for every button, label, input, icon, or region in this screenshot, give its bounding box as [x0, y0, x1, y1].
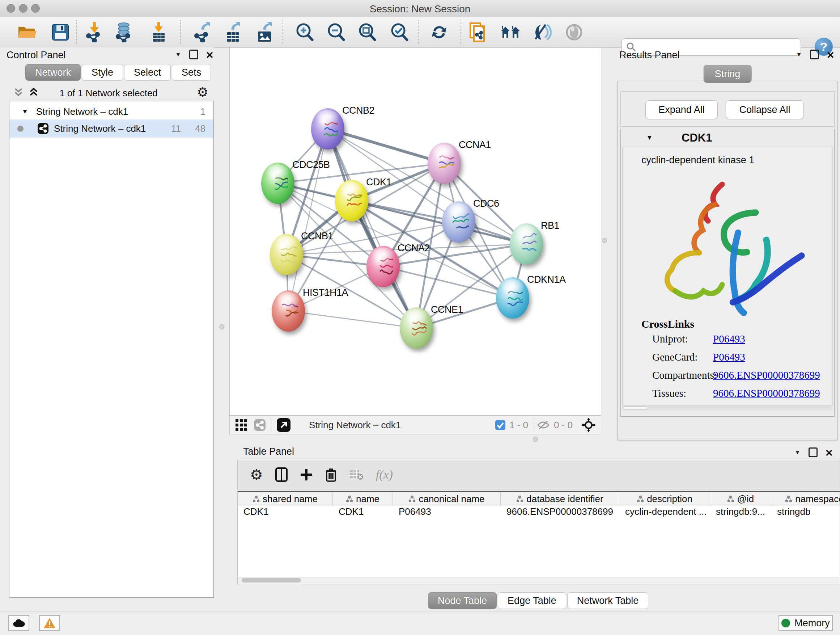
column-header-name[interactable]: name — [333, 492, 393, 506]
function-builder-icon[interactable]: f(x) — [376, 468, 393, 481]
node-label-cdkn1a: CDKN1A — [527, 274, 566, 285]
bottom-splitter-handle[interactable] — [533, 437, 538, 442]
node-gloss — [276, 292, 300, 309]
delete-column-icon[interactable] — [325, 467, 337, 482]
tab-sets[interactable]: Sets — [172, 64, 211, 81]
right-splitter-handle[interactable] — [602, 238, 607, 243]
zoom-selected-icon[interactable] — [389, 22, 410, 43]
float-panel-icon[interactable] — [810, 50, 819, 59]
crosslink-label: Compartments: — [652, 369, 717, 381]
toolbar-separator — [76, 20, 77, 44]
tab-network[interactable]: Network — [25, 64, 81, 81]
tab-style[interactable]: Style — [82, 64, 123, 81]
left-splitter-handle[interactable] — [219, 325, 224, 329]
tab-select[interactable]: Select — [124, 64, 171, 81]
create-column-icon[interactable] — [300, 468, 313, 481]
node-table: shared namenamecanonical namedatabase id… — [237, 491, 840, 584]
gene-description: cyclin-dependent kinase 1 — [641, 155, 832, 166]
network-canvas[interactable]: CCNB2CCNA1CDC25BCDK1CDC6RB1CCNB1CCNA2CDK… — [229, 48, 601, 416]
tab-edge-table[interactable]: Edge Table — [498, 592, 566, 609]
column-header-description[interactable]: description — [619, 492, 710, 506]
network-node-cdk1[interactable] — [335, 180, 368, 221]
network-node-rb1[interactable] — [510, 223, 543, 264]
network-node-ccnb2[interactable] — [311, 108, 344, 149]
cloud-status-button[interactable] — [8, 615, 29, 631]
crosshair-icon[interactable] — [581, 418, 596, 432]
column-header-namespace[interactable]: namespace — [771, 492, 840, 506]
network-options-gear-icon[interactable]: ⚙ — [197, 86, 208, 99]
zoom-out-icon[interactable] — [325, 22, 347, 43]
hide-panels-icon[interactable] — [532, 22, 553, 43]
table-options-gear-icon[interactable]: ⚙ — [250, 468, 263, 481]
open-session-icon[interactable] — [17, 22, 38, 43]
crosslink-value-link[interactable]: 9606.ENSP00000378699 — [713, 369, 820, 381]
close-panel-icon[interactable]: × — [826, 449, 833, 456]
export-table-icon[interactable] — [223, 22, 243, 43]
gene-card-scrollbar[interactable] — [622, 405, 833, 410]
export-network-icon[interactable] — [192, 22, 213, 43]
tab-network-table[interactable]: Network Table — [567, 592, 649, 609]
table-cell: P06493 — [393, 506, 501, 519]
gene-expander-icon[interactable]: ▼ — [646, 134, 653, 141]
save-session-icon[interactable] — [50, 22, 71, 43]
node-gloss — [404, 309, 428, 326]
hidden-eye-icon[interactable] — [537, 420, 550, 431]
network-row[interactable]: String Network – cdk1 11 48 — [9, 119, 213, 138]
warning-status-button[interactable] — [39, 615, 60, 631]
tab-string[interactable]: String — [704, 65, 752, 83]
zoom-fit-icon[interactable] — [357, 22, 378, 43]
network-node-cdc6[interactable] — [442, 201, 475, 242]
memory-button[interactable]: Memory — [778, 615, 833, 631]
show-columns-icon[interactable] — [275, 467, 287, 482]
network-node-cdkn1a[interactable] — [496, 277, 529, 318]
network-node-ccna2[interactable] — [366, 246, 400, 287]
float-panel-icon[interactable] — [189, 50, 198, 59]
main-toolbar: ? — [0, 17, 840, 48]
network-node-hist1h1a[interactable] — [272, 290, 305, 332]
session-home-icon[interactable] — [500, 22, 521, 43]
panel-menu-icon[interactable]: ▼ — [794, 449, 801, 456]
grid-view-icon[interactable] — [235, 418, 248, 432]
presentation-icon[interactable] — [564, 22, 584, 43]
string-app-icon[interactable] — [254, 419, 266, 431]
network-selection-status: 1 of 1 Network selected — [33, 88, 185, 99]
collection-expander-icon[interactable]: ▼ — [22, 108, 28, 116]
table-panel: Table Panel ▼ × ⚙ f(x) shared namenameca… — [237, 444, 840, 610]
refresh-icon[interactable] — [429, 22, 450, 43]
panel-menu-icon[interactable]: ▼ — [796, 51, 802, 58]
crosslink-value-link[interactable]: P06493 — [713, 333, 745, 345]
network-node-ccna1[interactable] — [428, 143, 461, 184]
column-header-canonical-name[interactable]: canonical name — [393, 492, 501, 506]
selected-checkbox-icon[interactable] — [495, 420, 506, 431]
tab-node-table[interactable]: Node Table — [428, 592, 497, 609]
import-network-icon[interactable] — [84, 22, 105, 43]
import-table-icon[interactable] — [148, 22, 169, 43]
network-node-count: 11 — [171, 123, 181, 134]
network-collection-row[interactable]: ▼ String Network – cdk1 1 — [9, 103, 213, 119]
expand-all-button[interactable]: Expand All — [645, 100, 718, 119]
export-image-icon[interactable] — [254, 22, 275, 43]
zoom-in-icon[interactable] — [294, 22, 315, 43]
clone-network-icon[interactable] — [468, 22, 489, 43]
column-header-shared-name[interactable]: shared name — [238, 492, 333, 506]
network-list: ▼ String Network – cdk1 1 String Network… — [9, 101, 214, 598]
close-panel-icon[interactable]: × — [827, 51, 834, 58]
delete-table-icon[interactable] — [349, 469, 363, 480]
column-header-database-identifier[interactable]: database identifier — [501, 492, 619, 506]
open-in-window-icon[interactable] — [276, 418, 291, 432]
crosslink-value-link[interactable]: P06493 — [713, 351, 745, 363]
collapse-all-chevron-icon[interactable] — [13, 87, 24, 98]
table-row[interactable]: CDK1CDK1P064939606.ENSP00000378699cyclin… — [238, 506, 840, 519]
network-node-cdc25b[interactable] — [261, 163, 294, 204]
crosslink-value-link[interactable]: 9606.ENSP00000378699 — [713, 387, 820, 399]
node-gloss — [515, 225, 538, 242]
close-panel-icon[interactable]: × — [206, 51, 213, 58]
collapse-all-button[interactable]: Collapse All — [726, 100, 804, 119]
network-node-ccnb1[interactable] — [270, 234, 303, 275]
column-header-@id[interactable]: @id — [710, 492, 771, 506]
network-node-ccne1[interactable] — [400, 307, 433, 348]
float-panel-icon[interactable] — [808, 448, 818, 457]
panel-menu-icon[interactable]: ▼ — [175, 51, 181, 58]
import-network-database-icon[interactable] — [113, 22, 134, 43]
table-horizontal-scrollbar[interactable] — [238, 577, 839, 584]
